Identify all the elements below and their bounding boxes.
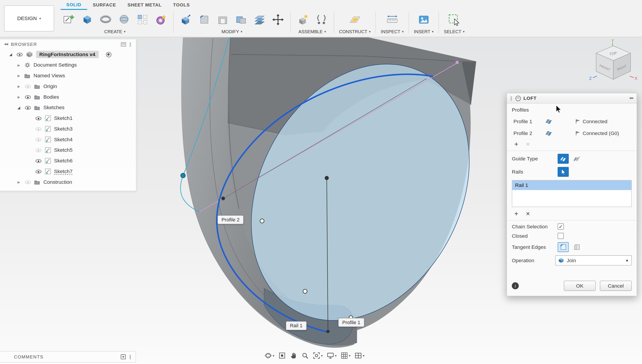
- tangent-edges-merged-button[interactable]: [558, 242, 569, 252]
- tab-surface[interactable]: SURFACE: [87, 0, 122, 10]
- construct-menu[interactable]: CONSTRUCT ▾: [339, 29, 371, 34]
- expand-arrow-icon[interactable]: ▶: [16, 180, 21, 184]
- display-settings-button[interactable]: ▾: [327, 352, 337, 359]
- visibility-eye-icon[interactable]: [16, 51, 23, 58]
- collapse-dialog-icon[interactable]: [515, 96, 521, 101]
- browser-item-sketch7[interactable]: Sketch7: [0, 166, 136, 177]
- visibility-eye-icon[interactable]: [35, 115, 42, 122]
- pan-button[interactable]: [290, 352, 297, 359]
- joint-button[interactable]: [314, 12, 329, 28]
- sketch-point-teal[interactable]: [181, 173, 185, 178]
- expand-dialog-icon[interactable]: ▶▶: [630, 96, 633, 100]
- info-icon[interactable]: i: [512, 282, 519, 289]
- box-button[interactable]: [80, 12, 95, 28]
- tangent-edges-unmerged-button[interactable]: [571, 242, 582, 252]
- browser-item-named-views[interactable]: ▶ Named Views: [0, 70, 136, 81]
- sphere-button[interactable]: [117, 12, 131, 28]
- visibility-eye-icon[interactable]: [35, 168, 42, 175]
- pattern-button[interactable]: [135, 12, 150, 28]
- browser-item-sketch4[interactable]: Sketch4: [0, 134, 136, 145]
- visibility-eye-icon[interactable]: [25, 83, 31, 90]
- add-profile-button[interactable]: +: [514, 141, 518, 148]
- browser-item-origin[interactable]: ▶ Origin: [0, 81, 136, 92]
- tab-sheet-metal[interactable]: SHEET METAL: [122, 0, 167, 10]
- visibility-eye-icon[interactable]: [35, 136, 42, 143]
- expand-arrow-icon[interactable]: ▶: [16, 74, 21, 78]
- rail1-tag[interactable]: Rail 1: [286, 321, 307, 330]
- browser-item-sketch3[interactable]: Sketch3: [0, 124, 136, 134]
- torus-button[interactable]: [98, 12, 113, 28]
- remove-profile-button[interactable]: ✕: [526, 142, 530, 147]
- browser-item-construction[interactable]: ▶ Construction: [0, 177, 136, 187]
- measure-button[interactable]: [385, 12, 399, 28]
- closed-checkbox[interactable]: [558, 233, 564, 239]
- profile-point-1[interactable]: [221, 197, 225, 200]
- create-sketch-button[interactable]: [62, 12, 76, 28]
- combine-button[interactable]: [234, 12, 249, 28]
- loft-dialog-titlebar[interactable]: ∥ LOFT ▶▶: [507, 93, 637, 104]
- coil-button[interactable]: [154, 12, 168, 28]
- new-component-button[interactable]: [296, 12, 310, 28]
- profile-point-3[interactable]: [325, 176, 329, 180]
- zoom-button[interactable]: [301, 352, 309, 359]
- design-menu-button[interactable]: DESIGN ▾: [4, 5, 54, 32]
- move-button[interactable]: [271, 12, 285, 28]
- visibility-eye-icon[interactable]: [35, 147, 42, 153]
- browser-item-sketch6[interactable]: Sketch6: [0, 156, 136, 166]
- remove-rail-button[interactable]: ✕: [526, 211, 530, 216]
- visibility-eye-icon[interactable]: [25, 179, 31, 185]
- dialog-grip-icon[interactable]: ∥: [510, 96, 512, 101]
- shell-button[interactable]: [215, 12, 230, 28]
- add-rail-button[interactable]: +: [514, 210, 518, 217]
- profile-point-4[interactable]: [303, 289, 307, 294]
- browser-item-sketch1[interactable]: Sketch1: [0, 113, 136, 124]
- inspect-menu[interactable]: INSPECT ▾: [381, 29, 403, 34]
- profile-point-2[interactable]: [260, 219, 264, 223]
- rail-endpoint[interactable]: [326, 330, 330, 333]
- display-mode-icon[interactable]: [121, 42, 126, 47]
- guide-type-centerline-button[interactable]: [571, 154, 582, 164]
- ok-button[interactable]: OK: [564, 281, 596, 291]
- offset-faces-button[interactable]: [252, 12, 267, 28]
- press-pull-button[interactable]: [179, 12, 193, 28]
- profile1-tag[interactable]: Profile 1: [338, 318, 364, 327]
- guide-endpoint-marker[interactable]: [456, 61, 458, 64]
- look-at-button[interactable]: [278, 352, 286, 359]
- rails-select-button[interactable]: [558, 167, 569, 177]
- rails-list[interactable]: Rail 1: [512, 180, 632, 207]
- browser-item-document-settings[interactable]: ▶ Document Settings: [0, 60, 136, 70]
- cancel-button[interactable]: Cancel: [600, 281, 632, 291]
- expand-arrow-icon[interactable]: ▶: [16, 84, 21, 88]
- chain-selection-checkbox[interactable]: ✓: [558, 224, 564, 230]
- create-menu[interactable]: CREATE ▾: [104, 29, 126, 34]
- grid-snap-button[interactable]: ▾: [341, 352, 350, 359]
- profile-row-2[interactable]: Profile 2 Connected (G0): [510, 127, 633, 139]
- view-cube[interactable]: Y X Z TOP FRONT RIGHT: [589, 38, 638, 87]
- tab-tools[interactable]: TOOLS: [167, 0, 196, 10]
- operation-dropdown[interactable]: Join ▼: [555, 255, 632, 266]
- expand-arrow-icon[interactable]: ◢: [8, 52, 13, 56]
- expand-arrow-icon[interactable]: ▶: [16, 63, 21, 67]
- viewports-button[interactable]: ▾: [355, 352, 364, 359]
- collapse-panel-icon[interactable]: ◀◀: [4, 42, 8, 46]
- panel-grip-icon[interactable]: ∥: [129, 354, 131, 360]
- insert-menu[interactable]: INSERT ▾: [414, 29, 434, 34]
- panel-grip-icon[interactable]: ∥: [129, 42, 132, 47]
- root-component-label[interactable]: RingForInstructions v4: [36, 51, 99, 58]
- profile2-tag[interactable]: Profile 2: [217, 215, 244, 224]
- tab-solid[interactable]: SOLID: [61, 0, 87, 10]
- guide-type-rails-button[interactable]: [558, 154, 569, 164]
- visibility-eye-icon[interactable]: [25, 104, 31, 111]
- fillet-button[interactable]: [197, 12, 212, 28]
- fit-button[interactable]: ▾: [313, 352, 323, 359]
- select-menu[interactable]: SELECT ▾: [444, 29, 465, 34]
- activate-component-radio[interactable]: [106, 52, 111, 57]
- construction-plane-button[interactable]: [348, 12, 362, 28]
- visibility-eye-icon[interactable]: [35, 158, 42, 164]
- assemble-menu[interactable]: ASSEMBLE ▾: [298, 29, 326, 34]
- browser-item-sketch5[interactable]: Sketch5: [0, 145, 136, 156]
- comments-bar[interactable]: COMMENTS ∥: [0, 351, 136, 362]
- rail-list-item-selected[interactable]: Rail 1: [512, 180, 631, 190]
- visibility-eye-icon[interactable]: [25, 94, 31, 100]
- profile-row-1[interactable]: Profile 1 Connected: [510, 116, 633, 127]
